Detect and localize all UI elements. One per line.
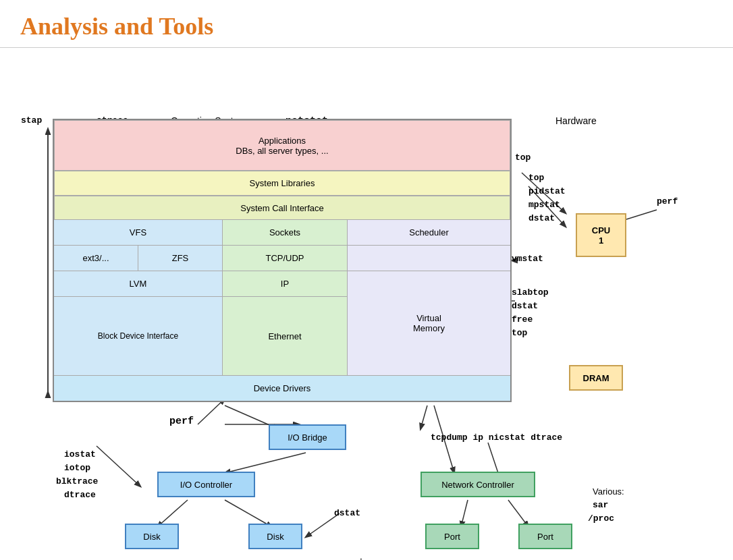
dtrace1-label: dtrace — [64, 490, 96, 500]
cpu-box: CPU 1 — [576, 213, 626, 257]
hardware-label: Hardware — [555, 115, 597, 126]
disk2-box: Disk — [248, 524, 302, 549]
page-title: Analysis and Tools — [0, 0, 733, 47]
svg-line-24 — [97, 446, 140, 486]
top2-label: top — [512, 328, 527, 338]
system-libraries-layer: System Libraries — [54, 171, 510, 196]
dram-box: DRAM — [569, 365, 623, 391]
fs-column: VFS ext3/... ZFS LVM Block Dev — [54, 220, 223, 375]
ip-cell: IP — [223, 271, 347, 297]
tcp-cell: TCP/UDP — [223, 246, 347, 271]
free-label: free — [512, 314, 533, 325]
main-content: strace Operating System netstat Hardware… — [0, 48, 733, 560]
middle-section: VFS ext3/... ZFS LVM Block Dev — [54, 220, 510, 375]
lvm-cell: LVM — [54, 271, 222, 297]
vmstat-label: vmstat — [512, 254, 543, 264]
system-libraries-text: System Libraries — [250, 178, 315, 188]
iostat-label: iostat — [64, 449, 96, 459]
network-controller-box: Network Controller — [420, 472, 535, 497]
stap-label: stap — [21, 115, 42, 125]
system-call-text: System Call Interface — [240, 203, 324, 213]
dstat2-label: dstat — [512, 301, 538, 311]
vfs-cell: VFS — [54, 220, 222, 246]
sar-label: sar — [593, 500, 608, 510]
scheduler-cell: Scheduler — [348, 220, 510, 246]
ethernet-cell: Ethernet — [223, 297, 347, 375]
applications-layer: Applications DBs, all server types, ... — [54, 120, 510, 171]
svg-line-16 — [225, 453, 306, 473]
slabtop-label: slabtop — [512, 287, 549, 298]
diagram: strace Operating System netstat Hardware… — [16, 55, 717, 560]
port2-box: Port — [518, 524, 572, 549]
os-box: Applications DBs, all server types, ... … — [53, 119, 512, 402]
perf-right-label: perf — [657, 196, 678, 206]
svg-line-21 — [461, 500, 468, 527]
dstat-label: dstat — [334, 508, 360, 518]
io-controller-box: I/O Controller — [157, 472, 255, 497]
svg-line-18 — [225, 500, 272, 527]
disk1-box: Disk — [125, 524, 179, 549]
proc-label: /proc — [588, 513, 614, 524]
svg-line-22 — [508, 500, 528, 527]
perf-label-top: top — [515, 152, 531, 163]
applications-text: Applications DBs, all server types, ... — [236, 136, 328, 156]
pidstat-label: pidstat — [528, 186, 566, 196]
bdi-cell: Block Device Interface — [54, 297, 222, 375]
ext3-cell: ext3/... — [54, 246, 138, 271]
virtual-memory-cell: Virtual Memory — [348, 271, 510, 375]
svg-line-17 — [157, 500, 188, 527]
blktrace-label: blktrace — [56, 476, 98, 486]
dstat1-label: dstat — [528, 213, 555, 223]
sockets-cell: Sockets — [223, 220, 347, 246]
ping-label: ping — [353, 557, 374, 560]
perf-bottom-label: perf — [169, 416, 194, 427]
port1-box: Port — [425, 524, 479, 549]
ext3-zfs-row: ext3/... ZFS — [54, 246, 222, 271]
various-label: Various: — [593, 486, 624, 497]
sched-column: Scheduler Virtual Memory — [348, 220, 510, 375]
svg-line-25 — [198, 399, 225, 424]
mpstat-label: mpstat — [528, 200, 560, 210]
io-bridge-box: I/O Bridge — [269, 424, 346, 450]
zfs-cell: ZFS — [138, 246, 222, 271]
top-label: top — [528, 173, 544, 183]
device-drivers-layer: Device Drivers — [54, 375, 510, 401]
system-call-layer: System Call Interface — [54, 196, 510, 220]
tcpdump-label: tcpdump ip nicstat dtrace — [431, 432, 562, 443]
iotop-label: iotop — [64, 463, 90, 473]
net-column: Sockets TCP/UDP IP Ethernet — [223, 220, 348, 375]
svg-line-15 — [420, 405, 427, 429]
vmstat-spacer — [348, 246, 510, 271]
